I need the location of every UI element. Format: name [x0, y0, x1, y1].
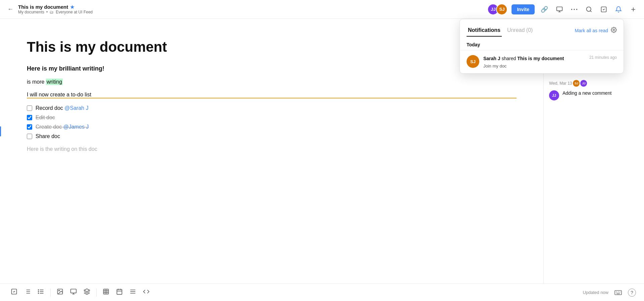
more-button[interactable]: [569, 7, 580, 12]
breadcrumb-current: Everyone at UI Feed: [56, 10, 93, 14]
doc-title-text: This is my document: [18, 4, 68, 10]
document-heading: This is my document: [27, 39, 517, 55]
tab-notifications[interactable]: Notifications: [467, 25, 502, 37]
notification-settings-icon[interactable]: [611, 27, 617, 34]
notification-action: shared: [501, 56, 517, 61]
highlighted-text: writing: [46, 79, 63, 85]
add-button[interactable]: [628, 4, 639, 15]
notification-doc-name: This is my document: [517, 56, 564, 61]
svg-rect-17: [117, 289, 122, 294]
breadcrumb-icon: 🗂: [50, 10, 54, 14]
notification-sender: Sarah J: [483, 56, 500, 61]
keyboard-icon[interactable]: [612, 288, 624, 297]
svg-point-11: [38, 291, 39, 292]
help-icon[interactable]: ?: [628, 289, 636, 297]
svg-point-12: [38, 293, 39, 294]
svg-rect-16: [104, 289, 109, 294]
notification-actions: Mark all as read: [575, 27, 617, 34]
topbar-right: JJ SJ Invite 🔗: [487, 4, 639, 15]
toolbar-calendar-icon[interactable]: [113, 286, 125, 299]
notification-time: 21 minutes ago: [589, 55, 617, 60]
list-item: Create doc @James J: [27, 124, 517, 130]
notification-section-today: Today: [460, 37, 624, 50]
topbar-left: ← This is my document ★ My documents • 🗂…: [5, 4, 93, 15]
list-item: Share doc: [27, 133, 517, 139]
list-item: Record doc @Sarah J: [27, 105, 517, 111]
notification-avatar-sj: SJ: [467, 55, 479, 68]
todo-label-4: Share doc: [36, 133, 60, 139]
notification-tabs: Notifications Unread (0): [467, 25, 537, 37]
comment-text-new: Adding a new comment: [562, 90, 611, 96]
toolbar-divider-icon[interactable]: [127, 286, 139, 299]
doc-faded-text: Here is the writing on this doc: [27, 146, 517, 152]
svg-rect-18: [615, 290, 622, 295]
doc-title-area: This is my document ★ My documents • 🗂 E…: [18, 4, 93, 14]
mention-james[interactable]: @James J: [63, 124, 89, 130]
breadcrumb-sep: •: [46, 10, 48, 14]
toolbar-bullet-icon[interactable]: [35, 286, 47, 299]
comment-body-3: Adding a new comment: [562, 90, 611, 100]
back-button[interactable]: ←: [5, 4, 15, 15]
svg-point-1: [571, 9, 572, 10]
avatar-group: JJ SJ: [487, 4, 507, 15]
avatar-sj[interactable]: SJ: [496, 4, 507, 15]
date-avatar-jj: JJ: [580, 80, 587, 87]
invite-button[interactable]: Invite: [512, 4, 535, 14]
todo-header-text: I will now create a to-do list: [27, 92, 517, 98]
svg-point-2: [574, 9, 575, 10]
task-button[interactable]: [598, 4, 609, 15]
bottom-toolbar: Updated now ?: [0, 284, 644, 301]
todo-checkbox-2[interactable]: [27, 115, 32, 120]
toolbar-separator-2: [96, 289, 97, 297]
comment-date: Wed, Mar 13: [549, 81, 572, 86]
topbar: ← This is my document ★ My documents • 🗂…: [0, 0, 644, 19]
svg-rect-0: [557, 7, 562, 11]
comment-avatar-jj-2: JJ: [549, 90, 559, 100]
svg-point-14: [59, 290, 60, 291]
selection-indicator: [0, 126, 1, 136]
bell-button[interactable]: [613, 4, 624, 15]
svg-point-19: [613, 29, 615, 31]
breadcrumb: My documents • 🗂 Everyone at UI Feed: [18, 10, 93, 14]
toolbar-dropbox-icon[interactable]: [81, 286, 93, 299]
tab-unread[interactable]: Unread (0): [503, 25, 537, 37]
todo-checkbox-3[interactable]: [27, 124, 32, 130]
comment-group-3: Wed, Mar 13 SJ JJ JJ Adding a new commen…: [544, 76, 644, 108]
todo-checkbox-1[interactable]: [27, 105, 32, 111]
mention-sarah[interactable]: @Sarah J: [64, 105, 88, 111]
star-icon[interactable]: ★: [70, 4, 74, 10]
monitor-button[interactable]: [554, 4, 565, 15]
svg-point-10: [38, 290, 39, 290]
toolbar-image-icon[interactable]: [54, 286, 66, 299]
link-button[interactable]: 🔗: [539, 4, 550, 15]
svg-rect-15: [71, 289, 76, 293]
notification-subtext[interactable]: Join my doc: [483, 63, 585, 69]
todo-checkbox-4[interactable]: [27, 134, 32, 139]
notification-header: Notifications Unread (0) Mark all as rea…: [460, 19, 624, 37]
toolbar-table-icon[interactable]: [100, 286, 112, 299]
svg-point-4: [587, 7, 591, 11]
toolbar-icon-group: [8, 286, 152, 299]
list-item: Edit doc: [27, 115, 517, 121]
doc-body-text[interactable]: is more writing: [27, 79, 517, 85]
comment-item-new: JJ Adding a new comment: [549, 90, 639, 100]
toolbar-embed-icon[interactable]: [67, 286, 79, 299]
search-button[interactable]: [584, 4, 594, 15]
toolbar-list-icon[interactable]: [21, 286, 34, 299]
toolbar-separator-1: [50, 289, 51, 297]
toolbar-checkbox-icon[interactable]: [8, 286, 20, 299]
todo-label-3: Create doc @James J: [36, 124, 89, 130]
toolbar-code-icon[interactable]: [140, 286, 152, 299]
notification-content: Sarah J shared This is my document Join …: [483, 55, 585, 69]
svg-point-3: [576, 9, 577, 10]
document-subheading: Here is my brilliant writing!: [27, 65, 517, 72]
comment-date-header: Wed, Mar 13 SJ JJ: [549, 80, 639, 87]
doc-title: This is my document ★: [18, 4, 93, 10]
todo-list: Record doc @Sarah J Edit doc Create doc …: [27, 105, 517, 139]
breadcrumb-parent[interactable]: My documents: [18, 10, 44, 14]
mark-all-read-button[interactable]: Mark all as read: [575, 28, 608, 33]
todo-label-2: Edit doc: [36, 115, 55, 121]
date-avatar-group: SJ JJ: [575, 80, 587, 87]
notification-item-shared[interactable]: SJ Sarah J shared This is my document Jo…: [460, 50, 624, 73]
notification-panel: Notifications Unread (0) Mark all as rea…: [460, 19, 624, 74]
